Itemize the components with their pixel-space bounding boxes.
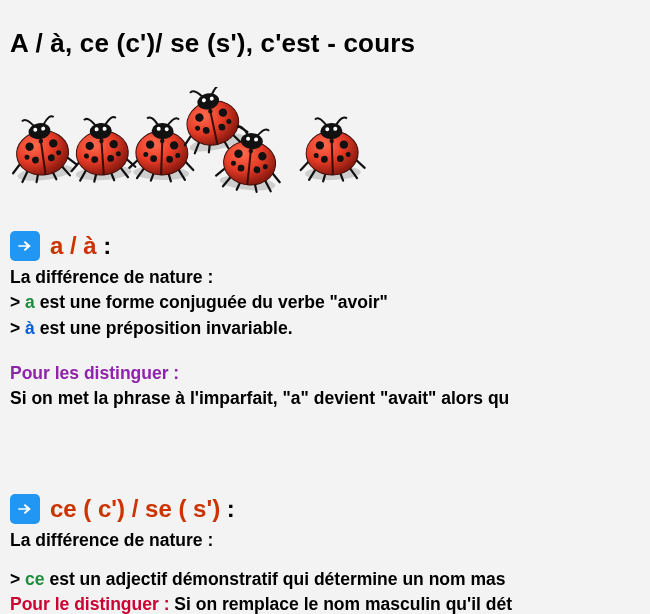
distinguish-text: Si on remplace le nom masculin qu'il dét <box>174 594 512 614</box>
distinguish-text: Si on met la phrase à l'imparfait, "a" d… <box>10 386 650 411</box>
page-title: A / à, ce (c')/ se (s'), c'est - cours <box>10 28 650 59</box>
section-heading: ce ( c') / se ( s') : <box>10 494 650 524</box>
section-heading-colon: : <box>97 232 112 259</box>
distinguish-label: Pour les distinguer : <box>10 363 650 384</box>
rule-line: > à est une préposition invariable. <box>10 316 650 341</box>
section-heading-text: a / à <box>50 232 97 259</box>
section-heading: a / à : <box>10 231 650 261</box>
arrow-right-icon <box>10 231 40 261</box>
keyword-a: a <box>25 292 35 312</box>
section-heading-text: ce ( c') / se ( s') <box>50 495 220 522</box>
keyword-ce: ce <box>25 569 44 589</box>
section-a-a-accent: a / à : La différence de nature : > a es… <box>10 231 650 412</box>
distinguish-line: Pour le distinguer : Si on remplace le n… <box>10 592 650 614</box>
section-heading-colon: : <box>220 495 235 522</box>
rule-line: > ce est un adjectif démonstratif qui dé… <box>10 567 650 592</box>
nature-label: La différence de nature : <box>10 528 650 553</box>
arrow-right-icon <box>10 494 40 524</box>
lesson-page: A / à, ce (c')/ se (s'), c'est - cours <box>0 0 650 614</box>
blank-line <box>10 553 650 567</box>
keyword-a-accent: à <box>25 318 35 338</box>
distinguish-label: Pour le distinguer : <box>10 594 174 614</box>
ladybugs-image <box>10 87 380 207</box>
spacer <box>10 418 650 476</box>
section-ce-se: ce ( c') / se ( s') : La différence de n… <box>10 494 650 615</box>
nature-label: La différence de nature : <box>10 265 650 290</box>
rule-line: > a est une forme conjuguée du verbe "av… <box>10 290 650 315</box>
